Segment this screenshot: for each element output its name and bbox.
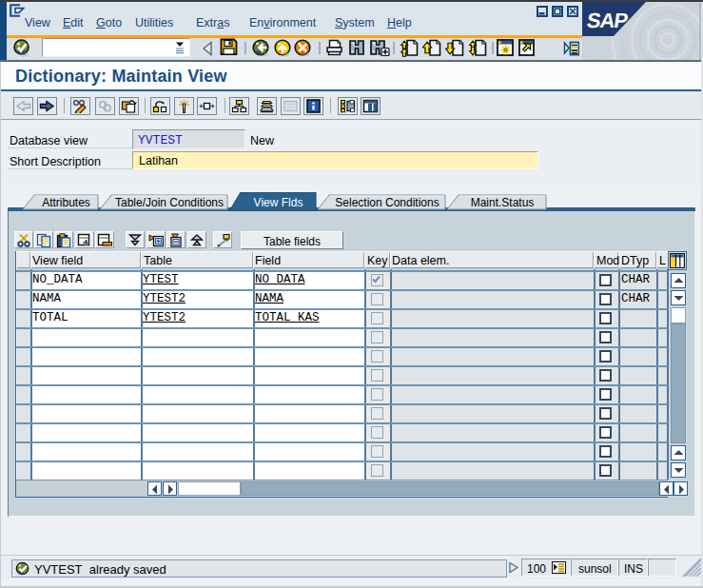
svg-text:SAP: SAP bbox=[585, 9, 629, 32]
